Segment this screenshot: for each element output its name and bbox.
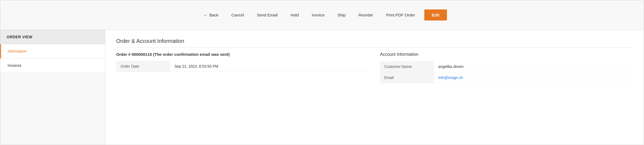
app-window: ← Back Cancel Send Email Hold Invoice Sh…	[0, 0, 644, 145]
order-number-title: Order # 000000110 (The order confirmatio…	[116, 52, 369, 57]
account-info-table: Customer Name angelika dirven Email info…	[380, 61, 633, 83]
invoice-label: Invoice	[312, 13, 325, 17]
customer-name-row: Customer Name angelika dirven	[380, 61, 633, 72]
order-date-label: Order Date	[116, 61, 170, 72]
sidebar-header-label: ORDER VIEW	[7, 35, 32, 39]
print-pdf-button[interactable]: Print PDF Order	[380, 10, 422, 20]
sidebar-item-information-label: Information	[8, 49, 26, 53]
invoice-button[interactable]: Invoice	[305, 10, 331, 20]
sidebar-item-invoices-label: Invoices	[8, 63, 21, 68]
print-pdf-label: Print PDF Order	[386, 13, 415, 17]
customer-name-value: angelika dirven	[434, 61, 633, 72]
order-info-table: Order Date Sep 21, 2023, 8:53:50 PM	[116, 61, 369, 72]
hold-button[interactable]: Hold	[284, 10, 305, 20]
toolbar: ← Back Cancel Send Email Hold Invoice Sh…	[0, 0, 644, 30]
order-date-value: Sep 21, 2023, 8:53:50 PM	[170, 61, 369, 72]
send-email-label: Send Email	[257, 13, 278, 17]
customer-name-label: Customer Name	[380, 61, 434, 72]
order-date-row: Order Date Sep 21, 2023, 8:53:50 PM	[116, 61, 369, 72]
email-value[interactable]: info@insign.ch	[434, 72, 633, 83]
order-info-section: Order # 000000110 (The order confirmatio…	[116, 52, 369, 83]
account-info-title: Account Information	[380, 52, 633, 57]
send-email-button[interactable]: Send Email	[250, 10, 284, 20]
back-arrow-icon: ←	[204, 13, 208, 18]
sidebar: ORDER VIEW Information Invoices	[0, 30, 105, 145]
sidebar-item-information[interactable]: Information	[0, 44, 105, 58]
back-button[interactable]: ← Back	[197, 10, 225, 20]
sidebar-header: ORDER VIEW	[0, 30, 105, 44]
cancel-label: Cancel	[231, 13, 244, 17]
reorder-label: Reorder	[359, 13, 373, 17]
content-area: Order & Account Information Order # 0000…	[105, 30, 644, 145]
sidebar-item-invoices[interactable]: Invoices	[0, 58, 105, 73]
section-title: Order & Account Information	[116, 38, 633, 48]
back-label: Back	[209, 13, 218, 17]
toolbar-inner: ← Back Cancel Send Email Hold Invoice Sh…	[197, 9, 447, 20]
hold-label: Hold	[291, 13, 299, 17]
reorder-button[interactable]: Reorder	[352, 10, 380, 20]
main-content: ORDER VIEW Information Invoices Order & …	[0, 30, 644, 145]
ship-label: Ship	[338, 13, 346, 17]
edit-button[interactable]: Edit	[424, 9, 447, 20]
account-info-section: Account Information Customer Name angeli…	[380, 52, 633, 83]
ship-button[interactable]: Ship	[331, 10, 352, 20]
content-grid: Order # 000000110 (The order confirmatio…	[116, 52, 633, 83]
edit-label: Edit	[432, 13, 439, 17]
email-row: Email info@insign.ch	[380, 72, 633, 83]
email-label: Email	[380, 72, 434, 83]
cancel-button[interactable]: Cancel	[225, 10, 250, 20]
